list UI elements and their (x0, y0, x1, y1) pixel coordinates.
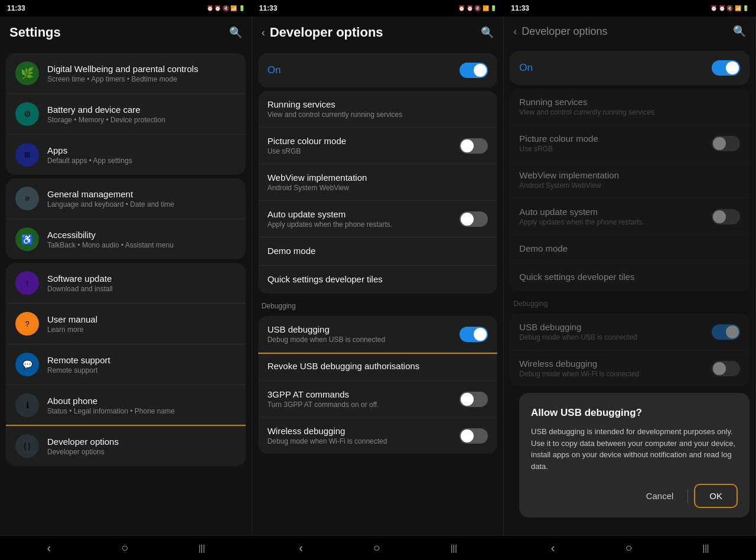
user-manual-icon: ? (15, 312, 39, 336)
back-nav-icon-1[interactable]: ‹ (47, 541, 51, 555)
dev-item-quick-settings[interactable]: Quick settings developer tiles (258, 266, 498, 294)
home-nav-icon-2[interactable]: ○ (373, 541, 380, 555)
search-icon-3[interactable]: 🔍 (733, 25, 746, 38)
wireless-debugging-toggle-thumb (461, 429, 474, 442)
dev-options-title: Developer options (270, 25, 383, 40)
dev-on-label: On (268, 64, 281, 76)
recent-nav-icon-1[interactable]: ||| (198, 543, 205, 553)
dev-item-picture-colour-3: Picture colour mode Use sRGB (510, 125, 750, 162)
home-nav-icon-1[interactable]: ○ (121, 541, 128, 555)
search-icon-2[interactable]: 🔍 (481, 26, 494, 39)
dev-item-usb-debugging[interactable]: USB debugging Debug mode when USB is con… (258, 316, 498, 353)
dev-item-demo-mode[interactable]: Demo mode (258, 237, 498, 266)
dev-item-running-services[interactable]: Running services View and control curren… (258, 91, 498, 128)
dev-item-auto-update-3: Auto update system Apply updates when th… (510, 198, 750, 235)
auto-update-toggle[interactable] (460, 211, 488, 227)
status-time-3: 11:33 (511, 4, 529, 12)
settings-item-about-phone[interactable]: ℹ About phone Status • Legal information… (6, 385, 246, 426)
back-nav-icon-3[interactable]: ‹ (551, 541, 555, 555)
usb-debugging-text-3: USB debugging Debug mode when USB is con… (519, 322, 712, 341)
settings-item-battery[interactable]: ⚙ Battery and device care Storage • Memo… (6, 94, 246, 135)
status-time-1: 11:33 (7, 4, 25, 12)
auto-update-subtitle-3: Apply updates when the phone restarts. (519, 218, 712, 226)
dev-item-webview-3: WebView implementation Android System We… (510, 162, 750, 198)
recent-nav-icon-2[interactable]: ||| (451, 543, 457, 553)
revoke-usb-text: Revoke USB debugging authorisations (268, 361, 488, 372)
dev-item-wireless-debugging[interactable]: Wireless debugging Debug mode when Wi-Fi… (258, 418, 498, 454)
search-icon[interactable]: 🔍 (229, 26, 242, 39)
dev-item-quick-settings-3: Quick settings developer tiles (510, 263, 750, 291)
usb-debugging-title: USB debugging (268, 324, 460, 334)
picture-colour-subtitle-3: Use sRGB (519, 145, 712, 153)
battery-subtitle: Storage • Memory • Device protection (47, 116, 236, 124)
digital-wellbeing-text: Digital Wellbeing and parental controls … (47, 64, 236, 83)
dev-item-wireless-debugging-3: Wireless debugging Debug mode when Wi-Fi… (510, 350, 750, 386)
wireless-debugging-toggle[interactable] (460, 428, 488, 444)
dev-group-1-3: Running services View and control curren… (510, 89, 750, 291)
dev-options-title-row: ‹ Developer options (262, 25, 383, 40)
usb-debugging-text: USB debugging Debug mode when USB is con… (268, 324, 460, 344)
running-services-subtitle-3: View and control currently running servi… (519, 108, 740, 116)
apps-title: Apps (47, 145, 236, 155)
back-button-3[interactable]: ‹ (513, 25, 517, 38)
wireless-debugging-title: Wireless debugging (268, 426, 460, 436)
developer-options-panel-3: ‹ Developer options 🔍 On Running service… (504, 17, 756, 535)
webview-text-3: WebView implementation Android System We… (519, 170, 740, 190)
settings-list: 🌿 Digital Wellbeing and parental control… (0, 46, 252, 535)
picture-colour-toggle-3 (712, 136, 740, 151)
dialog-ok-button[interactable]: OK (694, 484, 738, 508)
quick-settings-title: Quick settings developer tiles (268, 274, 488, 284)
dialog-cancel-button[interactable]: Cancel (632, 485, 688, 507)
back-nav-icon-2[interactable]: ‹ (299, 541, 303, 555)
dev-item-auto-update[interactable]: Auto update system Apply updates when th… (258, 201, 498, 237)
software-update-icon: ↑ (15, 271, 39, 295)
status-icons-3: ⏰ ⏰ 🔇 📶 🔋 (711, 5, 749, 11)
settings-item-remote-support[interactable]: 💬 Remote support Remote support (6, 344, 246, 385)
auto-update-toggle-3 (712, 209, 740, 224)
picture-colour-text-3: Picture colour mode Use sRGB (519, 134, 712, 153)
3gpp-toggle-thumb (461, 393, 474, 406)
debugging-header-3: Debugging (504, 294, 755, 311)
dialog-title: Allow USB debugging? (531, 407, 738, 419)
digital-wellbeing-subtitle: Screen time • App timers • Bedtime mode (47, 75, 236, 83)
recent-nav-icon-3[interactable]: ||| (703, 543, 709, 553)
wireless-debugging-text-3: Wireless debugging Debug mode when Wi-Fi… (519, 359, 712, 378)
apps-icon: ⊞ (15, 143, 39, 167)
dev-item-revoke-usb[interactable]: Revoke USB debugging authorisations (258, 353, 498, 381)
usb-debugging-title-3: USB debugging (519, 322, 712, 332)
demo-mode-text-3: Demo mode (519, 243, 740, 255)
3gpp-toggle[interactable] (460, 392, 488, 407)
remote-support-text: Remote support Remote support (47, 355, 236, 375)
about-phone-text: About phone Status • Legal information •… (47, 396, 236, 415)
dev-options-content: On Running services View and control cur… (252, 46, 504, 535)
settings-item-apps[interactable]: ⊞ Apps Default apps • App settings (6, 135, 246, 175)
settings-panel: Settings 🔍 🌿 Digital Wellbeing and paren… (0, 17, 252, 535)
auto-update-title-3: Auto update system (519, 207, 712, 217)
settings-item-accessibility[interactable]: ♿ Accessibility TalkBack • Mono audio • … (6, 219, 246, 259)
battery-icon: ⚙ (15, 102, 39, 126)
dev-main-toggle[interactable] (460, 63, 488, 78)
dev-item-webview[interactable]: WebView implementation Android System We… (258, 164, 498, 201)
webview-title: WebView implementation (268, 172, 488, 183)
picture-colour-toggle[interactable] (460, 138, 488, 154)
demo-mode-title-3: Demo mode (519, 243, 740, 253)
dev-item-3gpp[interactable]: 3GPP AT commands Turn 3GPP AT commands o… (258, 381, 498, 418)
settings-item-user-manual[interactable]: ? User manual Learn more (6, 304, 246, 344)
status-panel-1: 11:33 ⏰ ⏰ 🔇 📶 🔋 (0, 0, 252, 17)
settings-item-developer-options[interactable]: { } Developer options Developer options (6, 426, 246, 466)
usb-debugging-toggle[interactable] (460, 327, 488, 342)
dev-options-title-row-3: ‹ Developer options (513, 25, 607, 38)
wireless-debugging-text: Wireless debugging Debug mode when Wi-Fi… (268, 426, 460, 445)
home-nav-icon-3[interactable]: ○ (625, 541, 632, 555)
dev-item-picture-colour[interactable]: Picture colour mode Use sRGB (258, 128, 498, 164)
dev-main-toggle-3[interactable] (712, 60, 740, 76)
dev-group-1: Running services View and control curren… (258, 91, 498, 294)
settings-item-digital-wellbeing[interactable]: 🌿 Digital Wellbeing and parental control… (6, 53, 246, 94)
auto-update-toggle-thumb-3 (713, 210, 726, 223)
settings-item-general[interactable]: ≡ General management Language and keyboa… (6, 178, 246, 219)
status-time-2: 11:33 (259, 4, 278, 12)
settings-item-software-update[interactable]: ↑ Software update Download and install (6, 263, 246, 304)
nav-panel-2: ‹ ○ ||| (252, 535, 504, 560)
running-services-text: Running services View and control curren… (268, 99, 488, 119)
back-button[interactable]: ‹ (262, 27, 265, 39)
